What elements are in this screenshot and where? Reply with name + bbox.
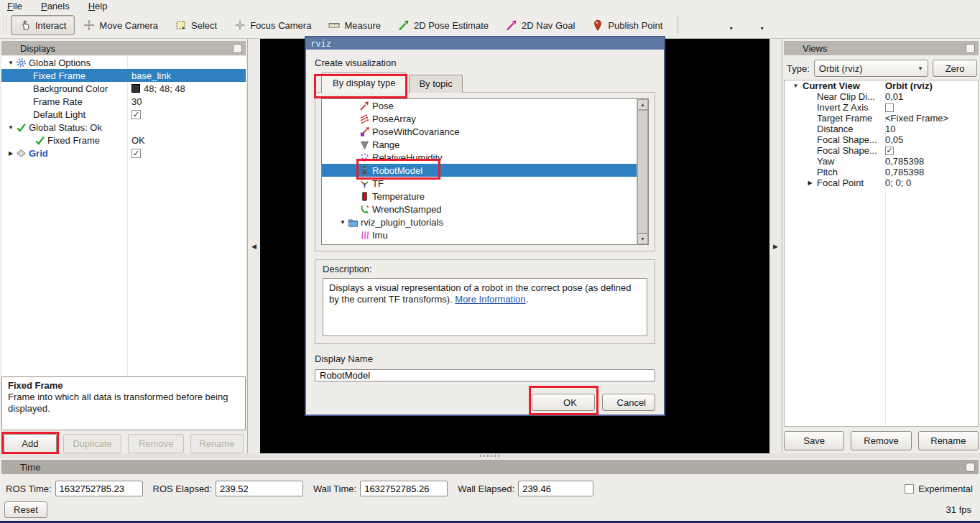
remove-view-button[interactable]: Remove bbox=[851, 431, 911, 450]
display-type-row[interactable]: Pose bbox=[322, 99, 637, 112]
views-tree[interactable]: ▼Current ViewOrbit (rviz)Near Clip Di...… bbox=[784, 80, 979, 427]
tree-row[interactable]: Fixed Framebase_link bbox=[1, 69, 246, 82]
display-type-list[interactable]: PosePoseArrayPoseWithCovarianceRangeRela… bbox=[321, 98, 649, 245]
collapse-left-icon[interactable]: ◀ bbox=[251, 243, 256, 250]
reset-button[interactable]: Reset bbox=[4, 501, 47, 518]
menu-panels[interactable]: Panels bbox=[41, 1, 70, 11]
expander-icon[interactable]: ▼ bbox=[6, 60, 16, 66]
display-type-row[interactable]: Imu bbox=[322, 228, 637, 241]
cancel-button[interactable]: Cancel bbox=[602, 394, 655, 411]
panel-float-button[interactable] bbox=[233, 44, 242, 53]
tree-row[interactable]: Background Color48; 48; 48 bbox=[1, 82, 246, 95]
property-checkbox[interactable]: ✓ bbox=[131, 149, 141, 158]
toolbar-grip[interactable] bbox=[3, 16, 8, 34]
tree-row[interactable]: ▼Global Status: Ok bbox=[1, 121, 246, 134]
rename-view-button[interactable]: Rename bbox=[918, 431, 979, 450]
tab-by-display-type[interactable]: By display type bbox=[321, 73, 407, 93]
wall-elapsed-input[interactable] bbox=[518, 481, 593, 496]
view-property-row[interactable]: ▶Focal Point0; 0; 0 bbox=[785, 177, 978, 188]
scrollbar[interactable]: ▲ ▼ bbox=[637, 99, 648, 244]
expander-icon[interactable]: ▶ bbox=[803, 180, 817, 186]
tool-publish-point[interactable]: Publish Point bbox=[583, 15, 671, 35]
tool-focus-camera[interactable]: Focus Camera bbox=[226, 15, 320, 35]
tree-row[interactable]: ▶Grid✓ bbox=[1, 147, 246, 159]
tree-row[interactable]: ▼Global Options bbox=[1, 56, 246, 69]
tool-select[interactable]: Select bbox=[167, 15, 226, 35]
display-name-input[interactable] bbox=[315, 369, 655, 381]
view-property-row[interactable]: Focal Shape...0,05 bbox=[785, 134, 978, 145]
display-type-row[interactable]: PoseArray bbox=[322, 112, 637, 125]
tool-interact[interactable]: Interact bbox=[11, 15, 75, 35]
tab-by-topic[interactable]: By topic bbox=[409, 75, 462, 93]
displays-tree[interactable]: ▼Global OptionsFixed Framebase_linkBackg… bbox=[1, 56, 246, 376]
menu-help[interactable]: Help bbox=[88, 1, 108, 11]
eye-icon bbox=[746, 19, 758, 31]
scrollbar-thumb[interactable] bbox=[637, 110, 648, 233]
rviz-window: FilePanelsHelp InteractMove CameraSelect… bbox=[0, 0, 980, 523]
display-type-row[interactable]: Temperature bbox=[322, 190, 637, 203]
value-text: 10 bbox=[885, 124, 895, 134]
menu-file[interactable]: File bbox=[7, 1, 22, 11]
dialog-titlebar[interactable]: rviz bbox=[306, 37, 664, 50]
view-type-dropdown[interactable]: Orbit (rviz) ▼ bbox=[814, 60, 928, 77]
expander-icon[interactable]: ▼ bbox=[789, 83, 803, 89]
bottom-splitter[interactable] bbox=[0, 453, 980, 458]
tree-row[interactable]: Default Light✓ bbox=[1, 108, 246, 121]
display-type-row[interactable]: TF bbox=[322, 177, 637, 190]
tree-row[interactable]: Frame Rate30 bbox=[1, 95, 246, 108]
view-property-row[interactable]: Yaw0,785398 bbox=[785, 156, 978, 167]
expander-icon[interactable]: ▶ bbox=[6, 150, 16, 157]
display-type-row[interactable]: Range bbox=[322, 138, 637, 151]
display-type-row[interactable]: RobotModel bbox=[322, 164, 648, 177]
map-pin-icon bbox=[592, 19, 604, 31]
grid-icon bbox=[16, 148, 29, 159]
zoom-in-button[interactable] bbox=[685, 17, 709, 34]
display-type-row[interactable]: ▼rviz_plugin_tutorials bbox=[322, 216, 637, 228]
collapse-right-icon[interactable]: ▶ bbox=[773, 243, 778, 250]
property-checkbox[interactable]: ✓ bbox=[885, 147, 894, 155]
splitter-handle[interactable] bbox=[480, 455, 501, 457]
right-splitter[interactable]: ▶ bbox=[769, 39, 782, 453]
property-checkbox[interactable] bbox=[885, 103, 894, 112]
experimental-checkbox[interactable] bbox=[905, 484, 914, 494]
view-property-row[interactable]: Near Clip Di...0,01 bbox=[785, 91, 978, 102]
color-swatch[interactable] bbox=[131, 84, 140, 93]
add-button[interactable]: Add bbox=[4, 434, 57, 453]
scroll-up-icon[interactable]: ▲ bbox=[637, 99, 648, 110]
expander-icon[interactable]: ▼ bbox=[6, 124, 16, 131]
display-type-row[interactable]: RelativeHumidity bbox=[322, 151, 637, 164]
view-type-label: Type: bbox=[787, 63, 810, 74]
tool-measure[interactable]: Measure bbox=[320, 15, 389, 35]
property-checkbox[interactable]: ✓ bbox=[131, 110, 141, 119]
ok-button[interactable]: OK bbox=[532, 394, 595, 411]
view-property-row[interactable]: Focal Shape...✓ bbox=[785, 145, 978, 156]
view-property-row[interactable]: Target Frame<Fixed Frame> bbox=[785, 113, 978, 124]
wall-time-input[interactable] bbox=[360, 481, 448, 496]
expander-icon[interactable]: ▼ bbox=[338, 219, 348, 226]
tree-row[interactable]: Fixed FrameOK bbox=[1, 134, 246, 147]
scroll-down-icon[interactable]: ▼ bbox=[637, 233, 648, 244]
ros-elapsed-input[interactable] bbox=[216, 481, 303, 496]
tool-move-camera[interactable]: Move Camera bbox=[75, 15, 167, 35]
left-splitter[interactable]: ◀ bbox=[248, 39, 260, 453]
tool-2d-nav-goal[interactable]: 2D Nav Goal bbox=[497, 15, 583, 35]
more-information-link[interactable]: More Information bbox=[455, 294, 525, 305]
zero-button[interactable]: Zero bbox=[933, 60, 977, 77]
zoom-out-button[interactable]: ▼ bbox=[709, 17, 740, 34]
save-view-button[interactable]: Save bbox=[784, 431, 844, 450]
wrench-icon bbox=[359, 204, 372, 215]
view-property-row[interactable]: Invert Z Axis bbox=[785, 102, 978, 113]
view-property-row[interactable]: Pitch0,785398 bbox=[785, 167, 978, 177]
ros-time-input[interactable] bbox=[55, 481, 143, 496]
visibility-button[interactable]: ▼ bbox=[740, 17, 771, 34]
tool-label: 2D Nav Goal bbox=[522, 20, 575, 31]
tool-label: Measure bbox=[344, 20, 381, 31]
tool-2d-pose-estimate[interactable]: 2D Pose Estimate bbox=[389, 15, 497, 35]
panel-float-button[interactable] bbox=[966, 44, 975, 53]
panel-float-button[interactable] bbox=[966, 463, 975, 472]
display-type-row[interactable]: PoseWithCovariance bbox=[322, 125, 637, 138]
display-type-row[interactable]: WrenchStamped bbox=[322, 203, 637, 216]
view-property-row[interactable]: ▼Current ViewOrbit (rviz) bbox=[785, 80, 978, 91]
view-property-row[interactable]: Distance10 bbox=[785, 124, 978, 134]
views-panel: Views Type: Orbit (rviz) ▼ Zero ▼Current… bbox=[782, 39, 980, 453]
